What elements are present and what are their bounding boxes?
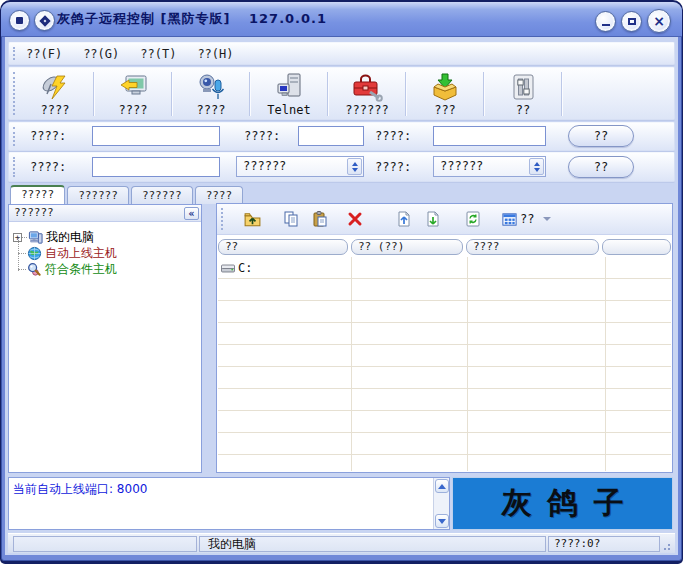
- tree-guide-line: [18, 238, 19, 271]
- app-window: 灰鸽子远程控制 [黑防专版] 127.0.0.1 × ??(F) ??(G) ?…: [0, 0, 683, 564]
- search-type-combobox[interactable]: ??????: [236, 156, 364, 177]
- toolbar-button-label: ????: [197, 103, 226, 117]
- telnet-server-icon: [273, 72, 305, 102]
- column-header-size[interactable]: ?? (??): [351, 239, 463, 255]
- up-folder-button[interactable]: [240, 207, 264, 231]
- toolbar-button-auto-online[interactable]: ????: [22, 70, 88, 118]
- window-title: 灰鸽子远程控制 [黑防专版]: [57, 2, 230, 37]
- upload-button[interactable]: [392, 207, 416, 231]
- field-label-4: ????:: [30, 160, 66, 174]
- log-scrollbar[interactable]: [433, 478, 449, 529]
- menu-item-g[interactable]: ??(G): [81, 46, 121, 62]
- file-row-c-drive[interactable]: C:: [218, 257, 351, 278]
- folder-up-icon: [243, 210, 262, 229]
- resize-grip[interactable]: [663, 541, 672, 550]
- combobox-dropdown-button[interactable]: [347, 158, 362, 175]
- connect-button[interactable]: ??: [568, 125, 634, 147]
- maximize-button[interactable]: [621, 11, 642, 32]
- delete-button[interactable]: [343, 207, 367, 231]
- range-combobox[interactable]: ??????: [433, 156, 546, 177]
- tree-item-label: 自动上线主机: [45, 245, 117, 262]
- minimize-button[interactable]: [595, 11, 616, 32]
- rebar-gripper[interactable]: [13, 47, 16, 60]
- log-text: 当前自动上线端口: 8000: [13, 481, 147, 498]
- file-row-label: C:: [238, 261, 252, 275]
- camera-mic-icon: [195, 72, 227, 102]
- password-input[interactable]: [433, 126, 546, 146]
- brand-logo-panel: 灰鸽子: [452, 477, 673, 530]
- log-area[interactable]: 当前自动上线端口: 8000: [8, 477, 450, 530]
- download-icon: [424, 210, 442, 228]
- square-icon: [16, 17, 23, 24]
- menu-item-f[interactable]: ??(F): [24, 46, 64, 62]
- toolbar-button-build-server[interactable]: ???: [412, 70, 478, 118]
- spin-down-icon: [534, 168, 540, 172]
- toolbar-button-voice-monitor[interactable]: ????: [178, 70, 244, 118]
- tree-item-label: 我的电脑: [46, 229, 94, 246]
- toolbar-button-switches[interactable]: ??: [490, 70, 556, 118]
- pin-button[interactable]: [34, 10, 55, 31]
- field-label-2: ????:: [244, 129, 280, 143]
- tree-item-my-computer[interactable]: + 我的电脑: [9, 229, 201, 245]
- grid-view-icon: [501, 211, 518, 228]
- arrow-down-icon: [438, 519, 446, 524]
- tree-item-auto-online-hosts[interactable]: 自动上线主机: [9, 245, 201, 261]
- copy-button[interactable]: [279, 207, 303, 231]
- tab-1[interactable]: ?????: [10, 185, 65, 204]
- rebar-gripper[interactable]: [13, 127, 16, 146]
- toolbar-separator: [249, 72, 251, 116]
- scroll-down-button[interactable]: [435, 514, 449, 528]
- tab-3[interactable]: ??????: [131, 186, 193, 204]
- screen-capture-icon: [117, 72, 149, 102]
- rebar-gripper[interactable]: [13, 157, 16, 177]
- host-tree-panel: ?????? « + 我的电脑 自动上线主机: [8, 204, 202, 473]
- search-button[interactable]: ??: [568, 156, 634, 178]
- host-input[interactable]: [92, 126, 220, 146]
- tree-item-label: 符合条件主机: [45, 261, 117, 278]
- tab-4[interactable]: ????: [195, 186, 244, 204]
- column-header-extra[interactable]: [602, 239, 671, 255]
- refresh-button[interactable]: [461, 207, 485, 231]
- search-host-input[interactable]: [92, 157, 220, 177]
- spin-up-icon: [352, 162, 358, 166]
- search-host-icon: [26, 262, 42, 277]
- chevron-down-icon: [543, 217, 551, 221]
- brand-logo-text: 灰鸽子: [486, 483, 640, 524]
- system-menu-button[interactable]: [9, 10, 30, 31]
- toolbar-separator: [171, 72, 173, 116]
- menu-item-t[interactable]: ??(T): [138, 46, 178, 62]
- box-download-icon: [429, 72, 461, 102]
- rebar-gripper[interactable]: [13, 72, 16, 115]
- view-mode-button[interactable]: ??: [498, 207, 537, 231]
- title-bar[interactable]: 灰鸽子远程控制 [黑防专版] 127.0.0.1 ×: [1, 2, 682, 37]
- upload-icon: [395, 210, 413, 228]
- view-mode-dropdown[interactable]: [541, 207, 553, 231]
- column-header-type[interactable]: ????: [466, 239, 599, 255]
- close-icon: ×: [653, 14, 665, 28]
- toolbar-button-screen-capture[interactable]: ????: [100, 70, 166, 118]
- paste-button[interactable]: [308, 207, 332, 231]
- tab-2[interactable]: ??????: [67, 186, 129, 204]
- scroll-up-button[interactable]: [435, 479, 449, 493]
- satellite-icon: [39, 72, 71, 102]
- close-button[interactable]: ×: [647, 9, 671, 33]
- menu-item-h[interactable]: ??(H): [195, 46, 235, 62]
- download-button[interactable]: [421, 207, 445, 231]
- status-section-left: [13, 536, 197, 552]
- combobox-dropdown-button[interactable]: [529, 158, 544, 175]
- window-title-ip: 127.0.0.1: [249, 2, 327, 37]
- port-input[interactable]: [298, 126, 364, 146]
- tree-panel-title: ??????: [14, 206, 54, 219]
- file-list-grid[interactable]: C:: [218, 257, 671, 471]
- globe-icon: [26, 246, 42, 261]
- tree-item-matching-hosts[interactable]: 符合条件主机: [9, 261, 201, 277]
- host-tree: + 我的电脑 自动上线主机 符合条件主机: [9, 222, 201, 277]
- tree-connector: [18, 269, 26, 270]
- rebar-gripper[interactable]: [221, 208, 224, 230]
- collapse-panel-button[interactable]: «: [184, 207, 199, 220]
- spin-up-icon: [534, 162, 540, 166]
- toolbar-button-telnet[interactable]: Telnet: [256, 70, 322, 118]
- toolbar-button-label: ????: [119, 103, 148, 117]
- column-header-name[interactable]: ??: [218, 239, 348, 255]
- toolbar-button-toolbox[interactable]: ??????: [334, 70, 400, 118]
